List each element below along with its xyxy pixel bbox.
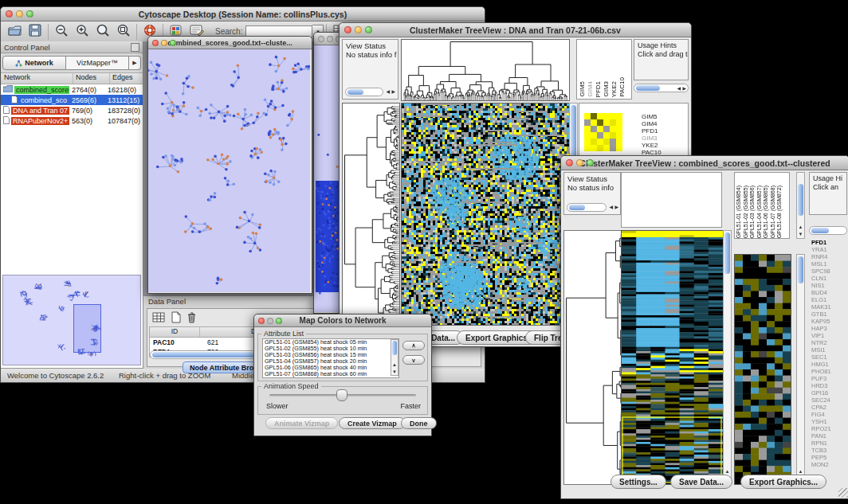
zoom-window-icon[interactable] bbox=[170, 40, 176, 46]
heatmap-main[interactable] bbox=[401, 103, 570, 326]
network-view-canvas[interactable] bbox=[148, 49, 310, 292]
save-button[interactable] bbox=[25, 22, 45, 41]
matrix-row-label[interactable]: YKE2 bbox=[642, 142, 662, 149]
column-label[interactable]: GPL51-08 (GSM872) bbox=[776, 186, 783, 238]
column-label[interactable]: GIM5 bbox=[579, 81, 587, 97]
done-button[interactable]: Done bbox=[401, 417, 437, 429]
gene-label[interactable]: CLN1 bbox=[811, 275, 848, 282]
gene-label[interactable]: RNR4 bbox=[811, 253, 848, 260]
zoom-selected-button[interactable] bbox=[113, 22, 134, 41]
attribute-item[interactable]: GPL51-07 (GSM868) heat shock 60 min bbox=[263, 371, 398, 377]
main-titlebar[interactable]: Cytoscape Desktop (Session Name: collins… bbox=[1, 7, 485, 21]
gene-label[interactable]: SEC1 bbox=[811, 354, 848, 361]
zoom-window-icon[interactable] bbox=[26, 10, 33, 18]
column-label[interactable]: YKE2 bbox=[610, 81, 618, 97]
tab-network[interactable]: Network bbox=[2, 56, 66, 70]
gene-label[interactable]: HMG1 bbox=[811, 361, 848, 368]
table-grid-icon[interactable] bbox=[152, 311, 166, 323]
gene-label[interactable]: PFD1 bbox=[811, 239, 848, 246]
zoom-window-icon[interactable] bbox=[276, 318, 282, 324]
usage-hints-hscrollbar[interactable]: ◀ ▶ bbox=[634, 84, 689, 92]
gene-label[interactable]: RPN1 bbox=[811, 440, 848, 447]
column-label[interactable]: GIM4 bbox=[587, 81, 595, 97]
minimize-icon[interactable] bbox=[327, 36, 333, 42]
close-icon[interactable] bbox=[258, 318, 265, 324]
minimize-icon[interactable] bbox=[576, 159, 583, 166]
gene-label[interactable]: GPI16 bbox=[811, 389, 848, 397]
gene-label[interactable]: MON2 bbox=[811, 461, 848, 468]
gene-label[interactable]: MSI1 bbox=[811, 346, 848, 354]
network-row[interactable]: RNAPuberNov2+563(0)107847(0) bbox=[1, 115, 143, 126]
zoom-window-icon[interactable] bbox=[365, 26, 372, 33]
open-folder-button[interactable] bbox=[4, 22, 25, 41]
gene-label[interactable]: SEC24 bbox=[811, 397, 848, 404]
gene-label[interactable]: HRD3 bbox=[811, 382, 848, 389]
gene-label[interactable]: VIP1 bbox=[811, 332, 848, 339]
network-row[interactable]: combined_scores_2764(0)16218(0) bbox=[1, 84, 143, 95]
minimize-icon[interactable] bbox=[267, 318, 273, 324]
column-labels-vscrollbar[interactable]: ▲ ▼ bbox=[796, 172, 805, 239]
col-header-nodes[interactable]: Nodes bbox=[73, 73, 110, 84]
zoom-window-icon[interactable] bbox=[587, 159, 594, 166]
network-overview-thumbnail[interactable] bbox=[2, 275, 141, 365]
close-icon[interactable] bbox=[152, 40, 159, 46]
matrix-row-label[interactable]: GIM3 bbox=[642, 135, 662, 142]
matrix-row-label[interactable]: GIM4 bbox=[642, 120, 662, 127]
column-label[interactable]: GPL51-01 (GSM854) bbox=[736, 186, 743, 238]
minimize-icon[interactable] bbox=[355, 26, 362, 33]
more-tabs-button[interactable]: ▶ bbox=[129, 56, 141, 70]
zoom-fit-button[interactable] bbox=[92, 22, 113, 41]
minimize-icon[interactable] bbox=[161, 40, 167, 46]
treeview2-button-0[interactable]: Settings... bbox=[610, 475, 666, 489]
gene-label[interactable]: ELG1 bbox=[811, 296, 848, 303]
move-down-button[interactable]: v bbox=[402, 355, 425, 365]
gene-label[interactable]: BUD4 bbox=[811, 289, 848, 296]
column-label[interactable]: GPL51-07 (GSM868) bbox=[770, 186, 777, 238]
zoom-in-button[interactable] bbox=[72, 22, 92, 41]
row-dendrogram[interactable] bbox=[342, 103, 400, 326]
scroll-up-arrow[interactable]: ▲ bbox=[391, 362, 398, 368]
column-label[interactable]: GPL51-02 (GSM855) bbox=[743, 186, 750, 238]
column-label[interactable]: GIM3 bbox=[603, 81, 610, 97]
scroll-up-arrow[interactable]: ▲ bbox=[797, 469, 804, 475]
zoomed-vscrollbar[interactable]: ▲ ▼ bbox=[796, 254, 805, 485]
gene-label[interactable]: MSL1 bbox=[811, 260, 848, 268]
gene-label[interactable]: PHO81 bbox=[811, 368, 848, 375]
scroll-down-arrow[interactable]: ▼ bbox=[391, 369, 398, 375]
gene-label[interactable]: RPO21 bbox=[811, 425, 848, 432]
gene-label[interactable]: KAP95 bbox=[811, 318, 848, 325]
gene-label[interactable]: HAP3 bbox=[811, 325, 848, 332]
col-header-edges[interactable]: Edges bbox=[110, 73, 143, 84]
column-label[interactable]: PAC10 bbox=[618, 77, 626, 97]
close-icon[interactable] bbox=[566, 159, 573, 166]
move-up-button[interactable]: ∧ bbox=[402, 341, 425, 350]
heatmap-zoomed[interactable] bbox=[734, 254, 791, 485]
attribute-listbox[interactable]: GPL51-01 (GSM854) heat shock 05 minGPL51… bbox=[262, 338, 399, 378]
close-icon[interactable] bbox=[318, 36, 324, 42]
gene-label[interactable]: TCB3 bbox=[811, 447, 848, 454]
heatmap-vscrollbar[interactable]: ▲ ▼ bbox=[723, 230, 732, 485]
view-status-hscrollbar[interactable] bbox=[345, 88, 383, 96]
scroll-up-arrow[interactable]: ▲ bbox=[724, 469, 731, 475]
col-header-network[interactable]: Network bbox=[1, 73, 73, 84]
column-dendrogram[interactable] bbox=[401, 39, 570, 101]
matrix-row-label[interactable]: PFD1 bbox=[642, 127, 662, 135]
close-icon[interactable] bbox=[344, 26, 351, 33]
view-status-hscrollbar[interactable] bbox=[567, 203, 607, 212]
matrix-row-label[interactable]: GIM5 bbox=[642, 113, 662, 120]
network-row[interactable]: DNA and Tran 07769(0)183728(0) bbox=[1, 105, 143, 115]
gene-label[interactable]: FIG4 bbox=[811, 411, 848, 418]
gene-label[interactable]: PAN1 bbox=[811, 432, 848, 440]
data-col-id[interactable]: ID bbox=[150, 327, 200, 337]
slider-thumb[interactable] bbox=[336, 389, 347, 401]
gene-label[interactable]: MAK31 bbox=[811, 303, 848, 311]
tab-vizmapper[interactable]: VizMapper™ bbox=[66, 56, 129, 70]
close-icon[interactable] bbox=[6, 10, 13, 18]
gene-label[interactable]: NIS1 bbox=[811, 282, 848, 289]
resize-grip[interactable] bbox=[838, 488, 848, 498]
gene-label[interactable]: PUF3 bbox=[811, 375, 848, 382]
delete-attribute-icon[interactable] bbox=[186, 311, 198, 323]
treeview2-button-1[interactable]: Save Data... bbox=[670, 475, 732, 489]
gene-label[interactable]: PEP5 bbox=[811, 454, 848, 461]
animate-vizmap-button[interactable]: Animate Vizmap bbox=[265, 417, 338, 429]
